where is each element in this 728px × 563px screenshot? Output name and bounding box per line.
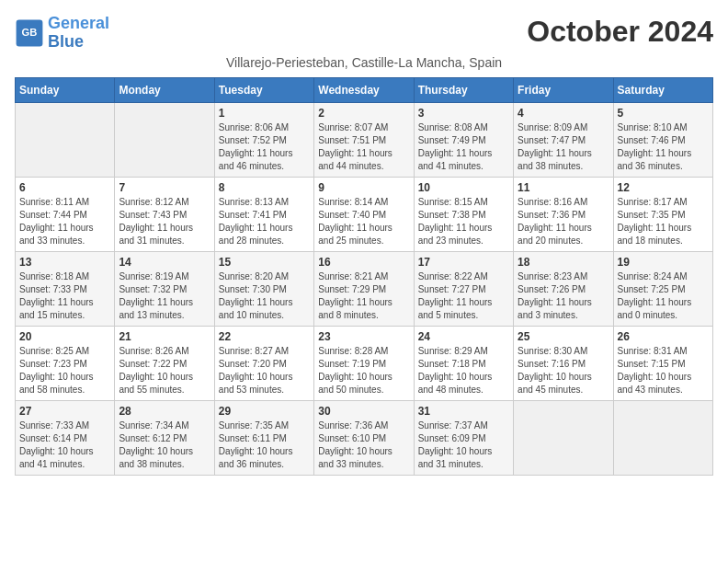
day-number: 28	[119, 405, 210, 418]
logo-icon: GB	[15, 18, 44, 48]
day-info: Sunrise: 7:33 AMSunset: 6:14 PMDaylight:…	[19, 419, 110, 471]
day-info: Sunrise: 8:28 AMSunset: 7:19 PMDaylight:…	[318, 345, 409, 396]
day-number: 26	[618, 330, 709, 343]
day-info: Sunrise: 8:06 AMSunset: 7:52 PMDaylight:…	[219, 121, 310, 173]
day-info: Sunrise: 8:12 AMSunset: 7:43 PMDaylight:…	[119, 196, 210, 247]
day-number: 18	[518, 256, 609, 269]
week-row-2: 6Sunrise: 8:11 AMSunset: 7:44 PMDaylight…	[16, 177, 713, 251]
day-cell: 12Sunrise: 8:17 AMSunset: 7:35 PMDayligh…	[613, 177, 712, 251]
column-header-friday: Friday	[514, 77, 613, 102]
day-cell: 25Sunrise: 8:30 AMSunset: 7:16 PMDayligh…	[514, 326, 613, 400]
day-info: Sunrise: 8:08 AMSunset: 7:49 PMDaylight:…	[418, 121, 509, 173]
column-header-saturday: Saturday	[613, 77, 712, 102]
column-header-monday: Monday	[115, 77, 214, 102]
day-cell: 23Sunrise: 8:28 AMSunset: 7:19 PMDayligh…	[314, 326, 414, 400]
day-number: 5	[618, 107, 709, 120]
day-cell	[115, 102, 214, 177]
title-area: October 2024	[527, 15, 713, 49]
day-number: 15	[219, 256, 310, 269]
svg-text:GB: GB	[22, 27, 38, 38]
day-info: Sunrise: 7:36 AMSunset: 6:10 PMDaylight:…	[318, 419, 409, 471]
day-number: 1	[219, 107, 310, 120]
day-cell: 10Sunrise: 8:15 AMSunset: 7:38 PMDayligh…	[414, 177, 513, 251]
week-row-4: 20Sunrise: 8:25 AMSunset: 7:23 PMDayligh…	[16, 326, 713, 400]
day-info: Sunrise: 8:26 AMSunset: 7:22 PMDaylight:…	[119, 345, 210, 396]
day-cell: 24Sunrise: 8:29 AMSunset: 7:18 PMDayligh…	[414, 326, 513, 400]
day-cell: 1Sunrise: 8:06 AMSunset: 7:52 PMDaylight…	[214, 102, 313, 177]
day-info: Sunrise: 8:20 AMSunset: 7:30 PMDaylight:…	[219, 270, 310, 322]
day-number: 29	[219, 405, 310, 418]
day-info: Sunrise: 8:24 AMSunset: 7:25 PMDaylight:…	[618, 270, 709, 322]
day-cell: 21Sunrise: 8:26 AMSunset: 7:22 PMDayligh…	[115, 326, 214, 400]
day-cell: 11Sunrise: 8:16 AMSunset: 7:36 PMDayligh…	[514, 177, 613, 251]
day-number: 30	[318, 405, 409, 418]
day-info: Sunrise: 8:23 AMSunset: 7:26 PMDaylight:…	[518, 270, 609, 322]
column-header-wednesday: Wednesday	[314, 77, 414, 102]
day-number: 6	[19, 181, 110, 194]
day-number: 13	[19, 256, 110, 269]
day-cell: 17Sunrise: 8:22 AMSunset: 7:27 PMDayligh…	[414, 251, 513, 326]
day-info: Sunrise: 8:15 AMSunset: 7:38 PMDaylight:…	[418, 196, 509, 247]
day-cell: 2Sunrise: 8:07 AMSunset: 7:51 PMDaylight…	[314, 102, 414, 177]
day-number: 19	[618, 256, 709, 269]
day-cell	[514, 400, 613, 475]
day-info: Sunrise: 8:25 AMSunset: 7:23 PMDaylight:…	[19, 345, 110, 396]
day-cell: 7Sunrise: 8:12 AMSunset: 7:43 PMDaylight…	[115, 177, 214, 251]
day-number: 7	[119, 181, 210, 194]
week-row-3: 13Sunrise: 8:18 AMSunset: 7:33 PMDayligh…	[16, 251, 713, 326]
day-info: Sunrise: 8:27 AMSunset: 7:20 PMDaylight:…	[219, 345, 310, 396]
column-header-sunday: Sunday	[16, 77, 115, 102]
day-number: 9	[318, 181, 409, 194]
day-cell: 26Sunrise: 8:31 AMSunset: 7:15 PMDayligh…	[613, 326, 712, 400]
day-cell: 9Sunrise: 8:14 AMSunset: 7:40 PMDaylight…	[314, 177, 414, 251]
header-row: SundayMondayTuesdayWednesdayThursdayFrid…	[16, 77, 713, 102]
column-header-tuesday: Tuesday	[214, 77, 313, 102]
day-number: 12	[618, 181, 709, 194]
day-cell: 15Sunrise: 8:20 AMSunset: 7:30 PMDayligh…	[214, 251, 313, 326]
day-info: Sunrise: 7:37 AMSunset: 6:09 PMDaylight:…	[418, 419, 509, 471]
week-row-5: 27Sunrise: 7:33 AMSunset: 6:14 PMDayligh…	[16, 400, 713, 475]
day-cell: 18Sunrise: 8:23 AMSunset: 7:26 PMDayligh…	[514, 251, 613, 326]
day-number: 8	[219, 181, 310, 194]
day-info: Sunrise: 8:19 AMSunset: 7:32 PMDaylight:…	[119, 270, 210, 322]
day-number: 31	[418, 405, 509, 418]
day-cell: 16Sunrise: 8:21 AMSunset: 7:29 PMDayligh…	[314, 251, 414, 326]
day-number: 11	[518, 181, 609, 194]
day-info: Sunrise: 8:29 AMSunset: 7:18 PMDaylight:…	[418, 345, 509, 396]
day-cell: 5Sunrise: 8:10 AMSunset: 7:46 PMDaylight…	[613, 102, 712, 177]
day-cell: 31Sunrise: 7:37 AMSunset: 6:09 PMDayligh…	[414, 400, 513, 475]
day-info: Sunrise: 8:10 AMSunset: 7:46 PMDaylight:…	[618, 121, 709, 173]
day-number: 20	[19, 330, 110, 343]
day-info: Sunrise: 8:17 AMSunset: 7:35 PMDaylight:…	[618, 196, 709, 247]
day-cell: 20Sunrise: 8:25 AMSunset: 7:23 PMDayligh…	[16, 326, 115, 400]
day-number: 25	[518, 330, 609, 343]
day-number: 3	[418, 107, 509, 120]
day-number: 16	[318, 256, 409, 269]
logo-text: GeneralBlue	[48, 15, 109, 52]
day-number: 4	[518, 107, 609, 120]
day-cell: 30Sunrise: 7:36 AMSunset: 6:10 PMDayligh…	[314, 400, 414, 475]
month-title: October 2024	[527, 15, 713, 49]
week-row-1: 1Sunrise: 8:06 AMSunset: 7:52 PMDaylight…	[16, 102, 713, 177]
day-info: Sunrise: 8:30 AMSunset: 7:16 PMDaylight:…	[518, 345, 609, 396]
day-info: Sunrise: 8:14 AMSunset: 7:40 PMDaylight:…	[318, 196, 409, 247]
location-subtitle: Villarejo-Periesteban, Castille-La Manch…	[15, 55, 713, 70]
day-cell: 28Sunrise: 7:34 AMSunset: 6:12 PMDayligh…	[115, 400, 214, 475]
day-number: 14	[119, 256, 210, 269]
day-info: Sunrise: 8:16 AMSunset: 7:36 PMDaylight:…	[518, 196, 609, 247]
day-info: Sunrise: 8:21 AMSunset: 7:29 PMDaylight:…	[318, 270, 409, 322]
day-cell: 4Sunrise: 8:09 AMSunset: 7:47 PMDaylight…	[514, 102, 613, 177]
day-cell: 8Sunrise: 8:13 AMSunset: 7:41 PMDaylight…	[214, 177, 313, 251]
day-info: Sunrise: 8:07 AMSunset: 7:51 PMDaylight:…	[318, 121, 409, 173]
day-number: 22	[219, 330, 310, 343]
logo: GB GeneralBlue	[15, 15, 109, 52]
day-cell: 19Sunrise: 8:24 AMSunset: 7:25 PMDayligh…	[613, 251, 712, 326]
day-number: 23	[318, 330, 409, 343]
day-number: 17	[418, 256, 509, 269]
day-info: Sunrise: 8:09 AMSunset: 7:47 PMDaylight:…	[518, 121, 609, 173]
day-cell: 13Sunrise: 8:18 AMSunset: 7:33 PMDayligh…	[16, 251, 115, 326]
day-cell: 27Sunrise: 7:33 AMSunset: 6:14 PMDayligh…	[16, 400, 115, 475]
calendar-table: SundayMondayTuesdayWednesdayThursdayFrid…	[15, 77, 713, 476]
day-number: 27	[19, 405, 110, 418]
day-info: Sunrise: 8:13 AMSunset: 7:41 PMDaylight:…	[219, 196, 310, 247]
